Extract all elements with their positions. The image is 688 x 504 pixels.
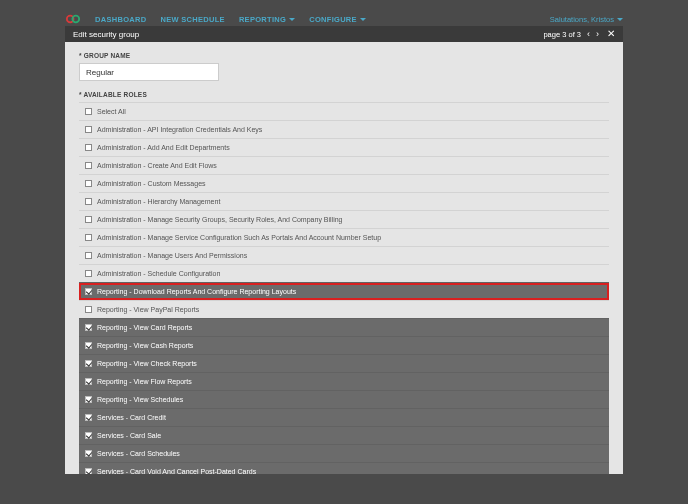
role-checkbox[interactable] [85,396,92,403]
role-row[interactable]: Services - Card Schedules [79,444,609,462]
role-row[interactable]: Reporting - View PayPal Reports [79,300,609,318]
role-checkbox[interactable] [85,468,92,474]
pager-text: page 3 of 3 [543,30,581,39]
modal-pager: page 3 of 3 ‹ › ✕ [543,29,615,39]
role-label: Reporting - View Flow Reports [97,378,192,385]
role-label: Administration - Hierarchy Management [97,198,220,205]
role-row[interactable]: Administration - Manage Service Configur… [79,228,609,246]
role-checkbox[interactable] [85,252,92,259]
nav-configure-label: CONFIGURE [309,15,357,24]
chevron-down-icon [289,18,295,21]
role-label: Services - Card Void And Cancel Post-Dat… [97,468,256,474]
role-label: Administration - API Integration Credent… [97,126,262,133]
role-label: Reporting - Download Reports And Configu… [97,288,296,295]
role-checkbox[interactable] [85,180,92,187]
role-label: Reporting - View Cash Reports [97,342,193,349]
app-logo [65,14,81,24]
role-row[interactable]: Administration - Hierarchy Management [79,192,609,210]
role-checkbox[interactable] [85,270,92,277]
role-row[interactable]: Reporting - View Cash Reports [79,336,609,354]
nav-dashboard[interactable]: DASHBOARD [95,15,146,24]
role-row[interactable]: Reporting - View Check Reports [79,354,609,372]
nav-dashboard-label: DASHBOARD [95,15,146,24]
nav-new-schedule[interactable]: NEW SCHEDULE [160,15,224,24]
modal-header: Edit security group page 3 of 3 ‹ › ✕ [65,26,623,42]
role-label: Administration - Custom Messages [97,180,206,187]
role-checkbox[interactable] [85,306,92,313]
role-label: Administration - Create And Edit Flows [97,162,217,169]
close-icon[interactable]: ✕ [607,29,615,39]
role-row[interactable]: Administration - API Integration Credent… [79,120,609,138]
role-label: Administration - Manage Security Groups,… [97,216,343,223]
role-checkbox[interactable] [85,360,92,367]
role-checkbox[interactable] [85,378,92,385]
role-row[interactable]: Administration - Manage Security Groups,… [79,210,609,228]
role-label: Select All [97,108,126,115]
nav-reporting-label: REPORTING [239,15,286,24]
role-row[interactable]: Administration - Schedule Configuration [79,264,609,282]
role-label: Services - Card Sale [97,432,161,439]
nav-reporting[interactable]: REPORTING [239,15,295,24]
group-name-label: * GROUP NAME [79,52,609,59]
role-checkbox[interactable] [85,162,92,169]
role-row[interactable]: Administration - Manage Users And Permis… [79,246,609,264]
role-row[interactable]: Administration - Create And Edit Flows [79,156,609,174]
available-roles-label: * AVAILABLE ROLES [79,91,609,98]
role-label: Reporting - View PayPal Reports [97,306,199,313]
role-checkbox[interactable] [85,234,92,241]
nav-configure[interactable]: CONFIGURE [309,15,366,24]
role-checkbox[interactable] [85,432,92,439]
modal-title: Edit security group [73,30,139,39]
role-checkbox[interactable] [85,126,92,133]
user-menu[interactable]: Salutations, Kristos [550,15,623,24]
primary-nav: DASHBOARD NEW SCHEDULE REPORTING CONFIGU… [95,15,366,24]
role-checkbox[interactable] [85,450,92,457]
role-label: Reporting - View Schedules [97,396,183,403]
role-row[interactable]: Administration - Custom Messages [79,174,609,192]
role-label: Reporting - View Card Reports [97,324,192,331]
role-checkbox[interactable] [85,216,92,223]
role-label: Services - Card Schedules [97,450,180,457]
role-checkbox[interactable] [85,108,92,115]
chevron-down-icon [617,18,623,21]
role-label: Administration - Manage Service Configur… [97,234,381,241]
role-label: Administration - Add And Edit Department… [97,144,230,151]
chevron-down-icon [360,18,366,21]
role-row[interactable]: Services - Card Credit [79,408,609,426]
roles-list: Select AllAdministration - API Integrati… [79,102,609,474]
modal-body: * GROUP NAME * AVAILABLE ROLES Select Al… [65,42,623,474]
role-row[interactable]: Services - Card Void And Cancel Post-Dat… [79,462,609,474]
role-checkbox[interactable] [85,342,92,349]
role-checkbox[interactable] [85,288,92,295]
role-checkbox[interactable] [85,414,92,421]
role-row[interactable]: Reporting - Download Reports And Configu… [79,282,609,300]
role-row[interactable]: Reporting - View Card Reports [79,318,609,336]
role-row[interactable]: Services - Card Sale [79,426,609,444]
pager-prev-icon[interactable]: ‹ [587,30,590,39]
role-checkbox[interactable] [85,324,92,331]
role-label: Reporting - View Check Reports [97,360,197,367]
role-row[interactable]: Administration - Add And Edit Department… [79,138,609,156]
role-label: Administration - Schedule Configuration [97,270,220,277]
user-greeting: Salutations, Kristos [550,15,614,24]
role-label: Services - Card Credit [97,414,166,421]
role-row[interactable]: Reporting - View Flow Reports [79,372,609,390]
role-row[interactable]: Reporting - View Schedules [79,390,609,408]
nav-new-schedule-label: NEW SCHEDULE [160,15,224,24]
role-checkbox[interactable] [85,144,92,151]
pager-next-icon[interactable]: › [596,30,599,39]
group-name-input[interactable] [79,63,219,81]
role-label: Administration - Manage Users And Permis… [97,252,247,259]
role-row[interactable]: Select All [79,102,609,120]
role-checkbox[interactable] [85,198,92,205]
